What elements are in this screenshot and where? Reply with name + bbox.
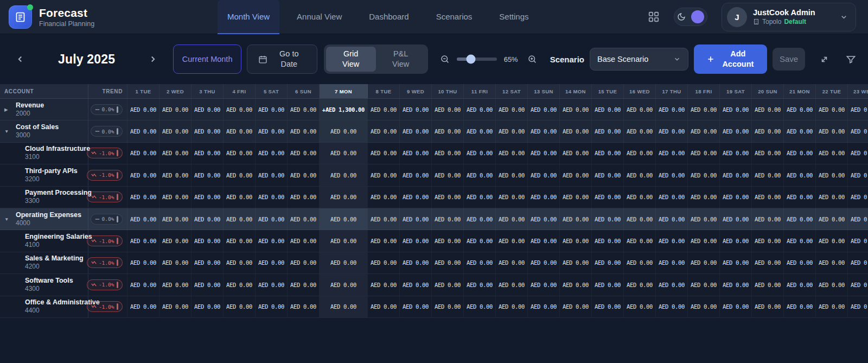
expand-arrow-icon[interactable]: ▼	[4, 216, 16, 222]
value-cell[interactable]: AED 0.00	[656, 296, 688, 317]
value-cell[interactable]: AED 0.00	[368, 143, 400, 164]
value-cell[interactable]: AED 0.00	[752, 296, 784, 317]
value-cell[interactable]: AED 0.00	[496, 187, 528, 208]
grid-view-segment[interactable]: Grid View	[326, 47, 376, 72]
value-cell[interactable]: AED 0.00	[224, 274, 256, 295]
value-cell[interactable]: AED 0.00	[848, 187, 868, 208]
value-cell[interactable]: AED 0.00	[816, 252, 848, 273]
value-cell[interactable]: AED 0.00	[688, 120, 720, 142]
value-cell[interactable]: AED 0.00	[656, 274, 688, 295]
value-cell[interactable]: AED 0.00	[192, 143, 224, 164]
value-cell[interactable]: AED 0.00	[368, 187, 400, 208]
value-cell[interactable]: AED 0.00	[720, 187, 752, 208]
value-cell[interactable]: AED 0.00	[288, 274, 320, 295]
value-cell[interactable]: AED 0.00	[432, 296, 464, 317]
value-cell[interactable]: AED 0.00	[368, 252, 400, 273]
value-cell[interactable]: AED 0.00	[496, 274, 528, 295]
value-cell[interactable]: AED 0.00	[816, 143, 848, 164]
value-cell[interactable]: AED 0.00	[656, 164, 688, 186]
value-cell[interactable]: AED 0.00	[256, 164, 288, 186]
value-cell[interactable]: AED 0.00	[752, 274, 784, 295]
value-cell[interactable]: AED 0.00	[528, 99, 560, 120]
value-cell[interactable]: AED 0.00	[624, 99, 656, 120]
value-cell[interactable]: AED 0.00	[624, 252, 656, 273]
value-cell[interactable]: AED 0.00	[688, 187, 720, 208]
value-cell[interactable]: AED 0.00	[592, 252, 624, 273]
value-cell[interactable]: AED 0.00	[720, 143, 752, 164]
value-cell[interactable]: AED 0.00	[496, 99, 528, 120]
value-cell[interactable]: AED 0.00	[432, 274, 464, 295]
value-cell[interactable]: AED 0.00	[784, 208, 816, 230]
value-cell[interactable]: AED 0.00	[256, 252, 288, 273]
value-cell[interactable]: AED 0.00	[592, 230, 624, 251]
value-cell[interactable]: AED 0.00	[192, 274, 224, 295]
value-cell[interactable]: AED 0.00	[464, 274, 496, 295]
value-cell[interactable]: AED 0.00	[720, 164, 752, 186]
value-cell[interactable]: AED 0.00	[816, 187, 848, 208]
value-cell[interactable]: AED 0.00	[127, 164, 159, 186]
account-cell[interactable]: ▶Revenue2000	[0, 99, 88, 120]
value-cell[interactable]: AED 0.00	[688, 230, 720, 251]
value-cell[interactable]: AED 0.00	[688, 143, 720, 164]
value-cell[interactable]: AED 0.00	[496, 143, 528, 164]
value-cell[interactable]: AED 0.00	[816, 230, 848, 251]
value-cell[interactable]: AED 0.00	[752, 164, 784, 186]
value-cell[interactable]: AED 0.00	[560, 164, 592, 186]
value-cell[interactable]: AED 0.00	[224, 143, 256, 164]
value-cell[interactable]: AED 0.00	[400, 208, 432, 230]
value-cell[interactable]: AED 0.00	[368, 164, 400, 186]
value-cell[interactable]: AED 0.00	[592, 208, 624, 230]
value-cell[interactable]: AED 0.00	[320, 230, 368, 251]
value-cell[interactable]: AED 0.00	[368, 208, 400, 230]
value-cell[interactable]: AED 0.00	[624, 208, 656, 230]
value-cell[interactable]: AED 0.00	[400, 99, 432, 120]
value-cell[interactable]: AED 0.00	[848, 296, 868, 317]
value-cell[interactable]: AED 0.00	[192, 99, 224, 120]
value-cell[interactable]: AED 0.00	[400, 252, 432, 273]
value-cell[interactable]: AED 0.00	[224, 164, 256, 186]
value-cell[interactable]: AED 0.00	[848, 208, 868, 230]
value-cell[interactable]: AED 0.00	[432, 252, 464, 273]
value-cell[interactable]: AED 0.00	[688, 208, 720, 230]
value-cell[interactable]: AED 0.00	[496, 208, 528, 230]
value-cell[interactable]: AED 0.00	[464, 230, 496, 251]
value-cell[interactable]: AED 0.00	[848, 230, 868, 251]
value-cell[interactable]: AED 0.00	[159, 252, 192, 273]
value-cell[interactable]: AED 0.00	[752, 208, 784, 230]
pl-view-segment[interactable]: P&L View	[376, 47, 426, 72]
value-cell[interactable]: AED 0.00	[720, 99, 752, 120]
value-cell[interactable]: AED 0.00	[592, 274, 624, 295]
value-cell[interactable]: AED 0.00	[224, 230, 256, 251]
value-cell[interactable]: AED 0.00	[432, 187, 464, 208]
value-cell[interactable]: AED 0.00	[320, 187, 368, 208]
value-cell[interactable]: AED 0.00	[288, 99, 320, 120]
value-cell[interactable]: AED 0.00	[688, 274, 720, 295]
value-cell[interactable]: AED 0.00	[127, 296, 159, 317]
value-cell[interactable]: AED 0.00	[464, 143, 496, 164]
value-cell[interactable]: AED 0.00	[464, 296, 496, 317]
value-cell[interactable]: AED 0.00	[368, 230, 400, 251]
value-cell[interactable]: AED 0.00	[127, 230, 159, 251]
value-cell[interactable]: AED 0.00	[256, 120, 288, 142]
value-cell[interactable]: AED 0.00	[159, 208, 192, 230]
value-cell[interactable]: AED 0.00	[464, 99, 496, 120]
value-cell[interactable]: AED 0.00	[528, 143, 560, 164]
account-cell[interactable]: ▼Cost of Sales3000	[0, 120, 88, 142]
value-cell[interactable]: AED 0.00	[848, 143, 868, 164]
value-cell[interactable]: AED 0.00	[159, 274, 192, 295]
value-cell[interactable]: AED 0.00	[528, 187, 560, 208]
value-cell[interactable]: AED 0.00	[688, 296, 720, 317]
value-cell[interactable]: AED 0.00	[528, 274, 560, 295]
value-cell[interactable]: AED 0.00	[720, 208, 752, 230]
value-cell[interactable]: AED 0.00	[127, 208, 159, 230]
value-cell[interactable]: AED 0.00	[592, 99, 624, 120]
value-cell[interactable]: AED 0.00	[368, 99, 400, 120]
value-cell[interactable]: AED 0.00	[192, 296, 224, 317]
value-cell[interactable]: AED 0.00	[816, 274, 848, 295]
value-cell[interactable]: AED 0.00	[224, 296, 256, 317]
next-month-button[interactable]	[146, 52, 160, 66]
value-cell[interactable]: AED 0.00	[320, 274, 368, 295]
tab-dashboard[interactable]: Dashboard	[359, 0, 418, 34]
value-cell[interactable]: AED 0.00	[848, 164, 868, 186]
value-cell[interactable]: AED 0.00	[848, 99, 868, 120]
